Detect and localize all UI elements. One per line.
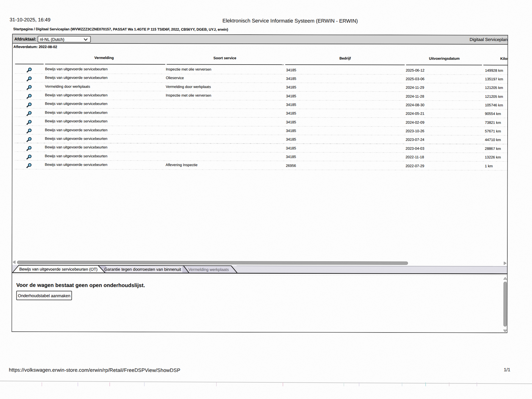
svg-text:Bewijs van uitgevoerde service: Bewijs van uitgevoerde servicebeurten (O… bbox=[19, 267, 98, 272]
svg-text:Vermelding werkplaats: Vermelding werkplaats bbox=[188, 267, 229, 272]
svg-text:Garantie tegen doorroesten van: Garantie tegen doorroesten van binnenuit bbox=[104, 267, 181, 272]
